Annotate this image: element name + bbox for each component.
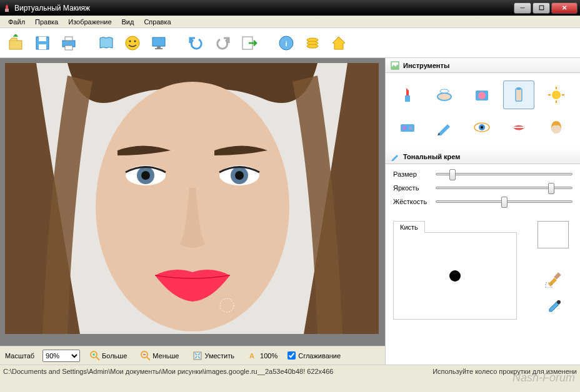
menu-edit[interactable]: Правка	[30, 17, 63, 27]
coins-button[interactable]	[300, 31, 325, 55]
smoothing-checkbox-wrap: Сглаживание	[288, 351, 341, 360]
pencil-icon	[435, 118, 454, 137]
svg-rect-11	[152, 37, 165, 46]
print-button[interactable]	[56, 31, 81, 55]
menu-image[interactable]: Изображение	[63, 17, 116, 27]
zoom-bar: Масштаб 90% Больше Меньше Уместить A 100…	[0, 346, 385, 365]
tool-foundation[interactable]	[503, 81, 534, 109]
zoom-in-button[interactable]: Больше	[86, 349, 131, 363]
zoom-out-icon	[141, 351, 151, 361]
zoom-fit-button[interactable]: Уместить	[189, 349, 238, 363]
svg-rect-53	[409, 126, 412, 130]
monitor-button[interactable]	[146, 31, 171, 55]
hundred-icon: A	[248, 351, 258, 361]
slider-size[interactable]	[436, 173, 572, 175]
minimize-button[interactable]: ─	[514, 2, 531, 14]
redo-button[interactable]	[210, 31, 235, 55]
brush-select-button[interactable]	[538, 267, 569, 291]
smoothing-label: Сглаживание	[298, 352, 341, 360]
smoothing-checkbox[interactable]	[288, 351, 296, 360]
svg-rect-6	[65, 37, 72, 41]
hair-icon	[547, 118, 566, 137]
zoom-out-button[interactable]: Меньше	[137, 349, 182, 363]
svg-point-56	[481, 126, 483, 129]
svg-rect-7	[65, 46, 72, 50]
svg-rect-13	[155, 48, 162, 49]
svg-rect-44	[516, 89, 522, 101]
tool-eyecolor[interactable]	[466, 113, 498, 142]
scale-label: Масштаб	[5, 352, 34, 360]
window-controls: ─ ☐ ✕	[514, 2, 578, 14]
open-button[interactable]	[4, 31, 29, 55]
menubar: Файл Правка Изображение Вид Справка	[0, 16, 580, 28]
tool-lipstick[interactable]	[392, 81, 423, 109]
main-toolbar: i	[0, 28, 580, 58]
redo-icon	[214, 36, 231, 51]
window-title: Виртуальный Макияж	[14, 4, 514, 12]
tool-tanning[interactable]	[541, 81, 572, 109]
menu-view[interactable]: Вид	[117, 17, 139, 27]
slider-hardness[interactable]	[436, 200, 572, 203]
book-icon	[98, 34, 115, 52]
scale-select[interactable]: 90%	[42, 350, 80, 362]
slider-size-row: Размер	[393, 170, 572, 178]
svg-rect-12	[157, 46, 161, 48]
eyeshadow-icon	[398, 118, 417, 137]
slider-hardness-label: Жёсткость	[393, 198, 431, 205]
info-button[interactable]: i	[274, 31, 299, 55]
svg-point-27	[235, 171, 244, 180]
paintbrush-icon	[544, 270, 562, 288]
svg-text:i: i	[285, 40, 287, 47]
svg-rect-45	[517, 87, 521, 90]
smiley-button[interactable]	[120, 31, 145, 55]
tool-hair[interactable]	[541, 113, 572, 142]
tool-eyeshadow[interactable]	[392, 113, 423, 142]
svg-rect-39	[405, 96, 410, 102]
svg-line-30	[96, 357, 99, 360]
color-swatch[interactable]	[538, 221, 569, 248]
menu-file[interactable]: Файл	[3, 17, 30, 27]
zoom-100-button[interactable]: A 100%	[244, 349, 281, 363]
tool-teeth[interactable]	[503, 113, 534, 142]
sliders-area: Размер Яркость Жёсткость	[386, 164, 580, 218]
svg-point-24	[141, 171, 150, 180]
smiley-icon	[124, 34, 141, 52]
brush-tab[interactable]: Кисть	[393, 221, 425, 233]
svg-point-8	[126, 36, 139, 50]
home-button[interactable]	[326, 31, 351, 55]
statusbar: C:\Documents and Settings\Admin\Мои доку…	[0, 365, 580, 377]
undo-button[interactable]	[184, 31, 209, 55]
blush-icon	[472, 86, 491, 104]
slider-brightness[interactable]	[436, 187, 572, 189]
svg-point-41	[440, 89, 449, 93]
status-hint: Используйте колесо прокрутки для изменен…	[426, 368, 577, 375]
svg-point-43	[478, 92, 486, 99]
sun-icon	[547, 86, 566, 104]
tools-grid	[386, 73, 580, 149]
monitor-icon	[150, 34, 168, 52]
pencil-small-icon	[391, 152, 399, 161]
maximize-button[interactable]: ☐	[532, 2, 550, 14]
tool-eyeliner[interactable]	[429, 113, 460, 142]
tool-blush[interactable]	[466, 81, 498, 109]
face-illustration	[5, 63, 379, 334]
close-button[interactable]: ✕	[551, 2, 578, 14]
save-button[interactable]	[30, 31, 55, 55]
svg-line-34	[147, 357, 150, 360]
export-icon	[240, 34, 258, 52]
book-button[interactable]	[94, 31, 119, 55]
fit-icon	[192, 351, 202, 361]
export-button[interactable]	[236, 31, 261, 55]
canvas-image[interactable]	[5, 63, 379, 334]
slider-brightness-label: Яркость	[393, 184, 431, 192]
svg-point-10	[134, 41, 136, 42]
canvas-area: Масштаб 90% Больше Меньше Уместить A 100…	[0, 58, 385, 365]
svg-text:A: A	[249, 352, 254, 360]
eyedropper-button[interactable]	[538, 296, 569, 320]
undo-icon	[188, 36, 205, 51]
brush-preview	[393, 232, 517, 320]
powder-icon	[435, 86, 454, 104]
menu-help[interactable]: Справка	[139, 17, 176, 27]
tool-powder[interactable]	[429, 81, 460, 109]
current-tool-header: Тональный крем	[386, 149, 580, 164]
